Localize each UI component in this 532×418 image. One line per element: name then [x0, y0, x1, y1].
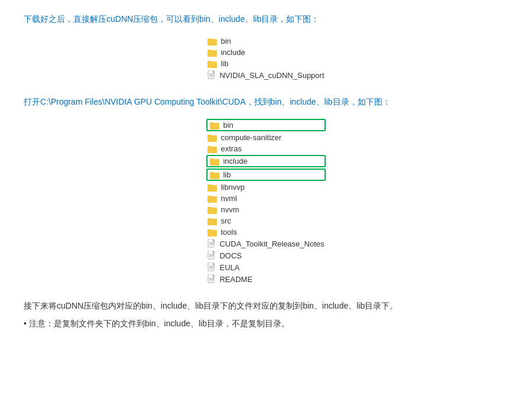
section1-tree-list: bin include: [206, 36, 325, 80]
tree-item-eula: EULA: [206, 262, 325, 273]
svg-rect-3: [207, 50, 212, 51]
tree-item-tools: tools: [206, 227, 325, 237]
tree-item-bin-2: bin: [206, 119, 325, 131]
folder-icon-lib-2: [210, 171, 219, 179]
folder-icon-libnvvp: [207, 183, 217, 192]
tree-item-libnvvp: libnvvp: [206, 182, 325, 192]
tree-item-src: src: [206, 216, 325, 226]
tree-item-compute-sanitizer: compute-sanitizer: [206, 132, 325, 142]
svg-rect-26: [207, 207, 212, 209]
folder-icon-tools: [207, 228, 217, 236]
tree-item-cuda-release-notes: CUDA_Toolkit_Release_Notes: [206, 238, 325, 249]
tree-item-label-bin-2: bin: [223, 121, 233, 129]
tree-item-label-lib-1: lib: [220, 59, 228, 68]
tree-item-lib-1: lib: [206, 59, 325, 69]
tree-item-label-cuda-release-notes: CUDA_Toolkit_Release_Notes: [219, 239, 324, 248]
tree-item-bin-1: bin: [206, 36, 325, 46]
tree-item-nvvm: nvvm: [206, 205, 325, 215]
file-icon-docs: [207, 251, 216, 260]
tree-item-label-bin-1: bin: [220, 37, 231, 46]
tree-item-label-src: src: [220, 216, 231, 225]
bottom-note-text2: 注意：是复制文件夹下的文件到bin、include、lib目录，不是复制目录。: [29, 316, 290, 331]
tree-item-label-libnvvp: libnvvp: [220, 183, 244, 192]
svg-rect-16: [207, 146, 212, 148]
bottom-notes: 接下来将cuDNN压缩包内对应的bin、include、lib目录下的文件对应的…: [24, 299, 508, 330]
section1-intro: 下载好之后，直接解压cuDNN压缩包，可以看到bin、include、lib目录…: [24, 12, 508, 27]
folder-icon-nvvm: [207, 206, 217, 214]
tree-item-sla: NVIDIA_SLA_cuDNN_Support: [206, 70, 325, 80]
folder-icon-extras: [207, 145, 217, 153]
tree-item-label-compute-sanitizer: compute-sanitizer: [220, 133, 281, 142]
tree-item-label-nvml: nvml: [220, 194, 236, 203]
tree-item-label-include-1: include: [220, 48, 245, 57]
file-icon-readme: [207, 274, 216, 284]
bottom-note-line2: • 注意：是复制文件夹下的文件到bin、include、lib目录，不是复制目录…: [24, 316, 508, 331]
tree-item-include-2: include: [206, 155, 325, 167]
bullet-symbol: •: [24, 316, 27, 331]
svg-rect-5: [207, 61, 212, 63]
section2-tree-list: bin compute-sanitizer: [206, 119, 325, 284]
section2-intro: 打开C:\Program Files\NVIDIA GPU Computing …: [24, 95, 508, 109]
folder-icon-bin-2: [210, 121, 219, 129]
svg-rect-14: [207, 135, 212, 137]
folder-icon-bin-1: [207, 37, 217, 46]
tree-item-label-docs: DOCS: [219, 251, 242, 260]
bottom-note-text1: 接下来将cuDNN压缩包内对应的bin、include、lib目录下的文件对应的…: [24, 301, 398, 310]
svg-rect-20: [210, 172, 214, 174]
tree-item-label-lib-2: lib: [223, 170, 231, 179]
folder-icon-compute-sanitizer: [207, 134, 217, 142]
svg-rect-18: [210, 158, 214, 160]
file-icon-sla: [207, 70, 216, 80]
tree-item-lib-2: lib: [206, 169, 325, 181]
file-icon-eula: [207, 263, 216, 272]
file-icon-cuda-release-notes: [207, 239, 216, 248]
tree-item-label-sla: NVIDIA_SLA_cuDNN_Support: [219, 71, 324, 80]
tree-item-label-extras: extras: [220, 144, 241, 153]
tree-item-label-tools: tools: [220, 228, 236, 236]
tree-item-docs: DOCS: [206, 250, 325, 261]
tree-item-label-eula: EULA: [219, 263, 239, 272]
bottom-note-line1: 接下来将cuDNN压缩包内对应的bin、include、lib目录下的文件对应的…: [24, 299, 508, 313]
folder-icon-include-1: [207, 48, 217, 57]
tree-item-label-readme: README: [219, 275, 252, 284]
svg-rect-28: [207, 218, 212, 220]
tree-item-nvml: nvml: [206, 193, 325, 203]
tree-item-readme: README: [206, 274, 325, 284]
folder-icon-nvml: [207, 195, 217, 203]
folder-icon-src: [207, 217, 217, 225]
folder-icon-include-2: [210, 157, 219, 166]
tree-item-extras: extras: [206, 144, 325, 154]
tree-item-label-nvvm: nvvm: [220, 205, 239, 214]
section2-file-tree: bin compute-sanitizer: [24, 119, 508, 284]
svg-rect-12: [210, 122, 214, 124]
svg-rect-24: [207, 196, 212, 197]
svg-rect-1: [207, 38, 212, 40]
svg-rect-30: [207, 229, 212, 231]
svg-rect-22: [207, 184, 212, 186]
folder-icon-lib-1: [207, 60, 217, 68]
tree-item-label-include-2: include: [223, 157, 247, 166]
tree-item-include-1: include: [206, 47, 325, 57]
section1-file-tree: bin include: [24, 36, 508, 80]
